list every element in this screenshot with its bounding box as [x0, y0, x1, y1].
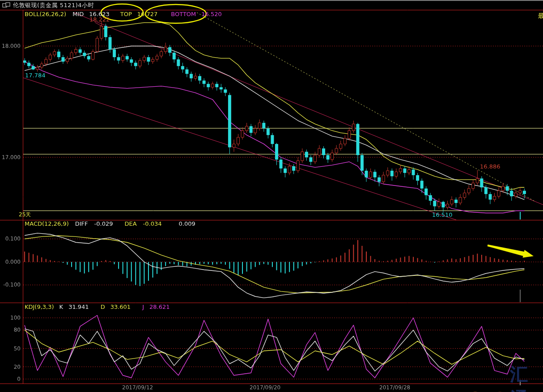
- boll-bottom-label: BOTTOM: [171, 11, 196, 17]
- kdj-k-label: K: [59, 303, 64, 310]
- macd-dea-label: DEA: [124, 220, 136, 227]
- macd-bar-value: 0.009: [179, 220, 195, 227]
- macd-indicator-header: MACD(12,26,9) DIFF -0.029 DEA -0.034 0.0…: [25, 220, 195, 227]
- boll-top-value: 16.727: [137, 11, 158, 17]
- macd-ytick-0: 0.000: [0, 259, 21, 265]
- boll-name: BOLL(26,26,2): [25, 11, 66, 17]
- fx678-logo-icon: [424, 388, 438, 392]
- kdj-ytick-20: 20: [0, 364, 21, 370]
- kdj-name: KDJ(9,3,3): [25, 303, 54, 310]
- chart-window-icon: [2, 2, 10, 8]
- kdj-ytick-50: 50: [0, 346, 21, 352]
- window-title: 伦敦银现(贵金属 5121)4小时: [13, 1, 94, 9]
- fx678-watermark-text: FX678: [441, 389, 507, 392]
- boll-bottom-value: 16.520: [201, 11, 222, 17]
- huitong-watermark-text: 汇通网: [510, 362, 543, 392]
- main-ytick-17000: 17.000: [0, 154, 21, 160]
- fx678-watermark: FX678 汇通网: [424, 362, 543, 392]
- kdj-ytick-0: 0: [0, 376, 21, 382]
- ma25-line-label: 25天: [19, 211, 31, 218]
- macd-diff-label: DIFF: [75, 220, 88, 227]
- title-bar: 伦敦银现(贵金属 5121)4小时: [0, 1, 543, 10]
- macd-diff-value: -0.029: [94, 220, 113, 227]
- macd-ytick-p01: 0.100: [0, 236, 21, 242]
- xtick-date-2: 2017/09/20: [250, 384, 280, 391]
- swing-high-label: 18.222: [89, 17, 110, 23]
- kdj-indicator-header: KDJ(9,3,3) K 31.941 D 33.601 J 28.621: [25, 303, 170, 310]
- macd-dea-value: -0.034: [143, 220, 162, 227]
- kdj-k-value: 31.941: [68, 303, 89, 310]
- left-low-label: 17.784: [25, 72, 46, 79]
- kdj-ytick-80: 80: [0, 327, 21, 333]
- macd-ytick-m01: -0.100: [0, 282, 21, 288]
- boll-indicator-header: BOLL(26,26,2) MID 16.623 TOP 16.727 BOTT…: [25, 11, 222, 17]
- kdj-j-label: J: [142, 303, 144, 310]
- boll-mid-label: MID: [72, 11, 84, 17]
- kdj-j-value: 28.621: [149, 303, 170, 310]
- xtick-date-1: 2017/09/12: [122, 384, 153, 391]
- kdj-ytick-100: 100: [0, 315, 21, 321]
- kdj-d-label: D: [101, 303, 105, 310]
- kdj-d-value: 33.601: [110, 303, 131, 310]
- trading-app-window: 伦敦银现(贵金属 5121)4小时 最 BOLL(26,26,2) MID 16…: [0, 0, 543, 392]
- clipped-right-label: 最: [538, 12, 543, 19]
- chart-canvas[interactable]: [0, 0, 543, 392]
- xtick-date-3: 2017/09/28: [379, 384, 410, 391]
- low-label: 16.510: [432, 212, 453, 218]
- macd-name: MACD(12,26,9): [25, 220, 69, 227]
- main-ytick-18000: 18.000: [0, 43, 21, 49]
- boll-top-label: TOP: [120, 11, 132, 17]
- right-high-label: 16.886: [480, 164, 501, 170]
